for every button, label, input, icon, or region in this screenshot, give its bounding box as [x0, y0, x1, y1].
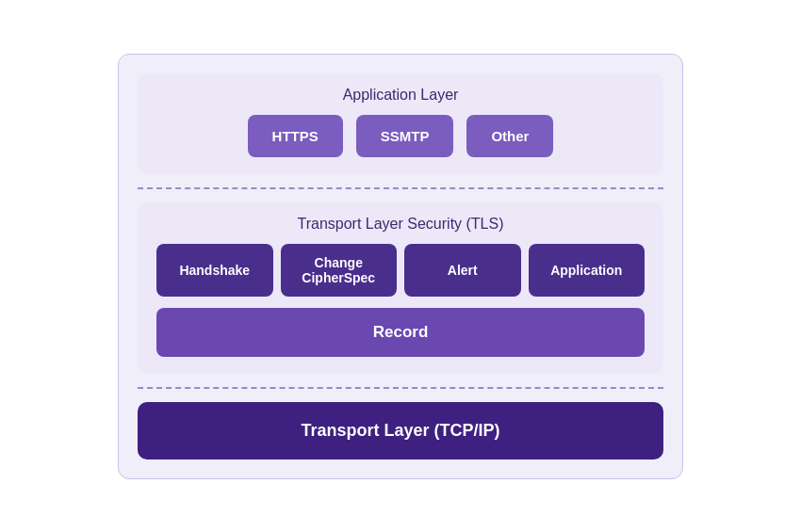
other-box: Other [466, 115, 553, 157]
application-boxes: HTTPS SSMTP Other [156, 115, 645, 157]
ssmtp-box: SSMTP [356, 115, 454, 157]
https-box: HTTPS [248, 115, 343, 157]
diagram-wrapper: Application Layer HTTPS SSMTP Other Tran… [118, 54, 683, 479]
tls-layer-title: Transport Layer Security (TLS) [156, 216, 645, 233]
application-layer: Application Layer HTTPS SSMTP Other [138, 73, 663, 174]
change-cipherspec-box: ChangeCipherSpec [281, 244, 398, 297]
record-box: Record [156, 308, 645, 357]
tls-layer: Transport Layer Security (TLS) Handshake… [138, 202, 663, 374]
change-cipherspec-label: ChangeCipherSpec [302, 255, 375, 285]
tls-sub-boxes: Handshake ChangeCipherSpec Alert Applica… [156, 244, 645, 297]
divider-2 [138, 387, 663, 389]
application-layer-title: Application Layer [156, 87, 645, 104]
transport-section: Transport Layer (TCP/IP) [138, 402, 663, 459]
divider-1 [138, 187, 663, 189]
handshake-box: Handshake [156, 244, 273, 297]
transport-layer-box: Transport Layer (TCP/IP) [138, 402, 663, 459]
application-box: Application [529, 244, 646, 297]
alert-box: Alert [404, 244, 521, 297]
